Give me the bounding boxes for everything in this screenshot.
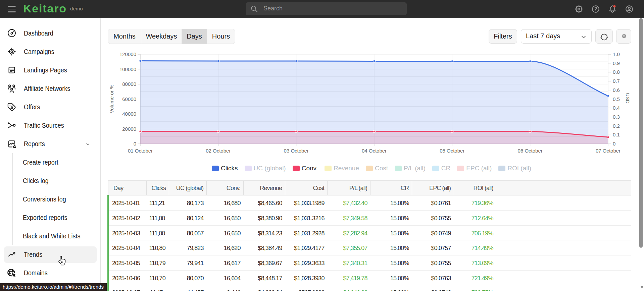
svg-text:0: 0 (613, 141, 615, 147)
svg-text:40000: 40000 (122, 111, 136, 117)
svg-text:60000: 60000 (122, 96, 136, 102)
svg-text:07 October: 07 October (596, 148, 621, 154)
svg-text:0: 0 (134, 141, 136, 147)
svg-text:05 October: 05 October (440, 148, 464, 154)
svg-text:0.1: 0.1 (613, 132, 620, 137)
svg-text:USD: USD (625, 93, 631, 104)
svg-text:0.8: 0.8 (613, 69, 620, 75)
svg-text:Volume or %: Volume or % (109, 84, 114, 113)
svg-text:0.6: 0.6 (613, 87, 620, 93)
svg-text:0.7: 0.7 (613, 78, 620, 84)
svg-text:02 October: 02 October (206, 148, 231, 154)
svg-text:03 October: 03 October (284, 148, 309, 154)
svg-text:01 October: 01 October (128, 148, 153, 154)
svg-text:0.3: 0.3 (613, 114, 620, 120)
svg-text:20000: 20000 (122, 126, 136, 132)
svg-text:04 October: 04 October (362, 148, 387, 154)
svg-text:80000: 80000 (122, 81, 136, 87)
svg-text:120000: 120000 (119, 51, 136, 57)
svg-text:06 October: 06 October (518, 148, 543, 154)
svg-text:100000: 100000 (119, 66, 136, 72)
svg-text:0.9: 0.9 (613, 60, 620, 66)
svg-text:0.2: 0.2 (613, 123, 620, 129)
svg-text:0.4: 0.4 (613, 105, 620, 111)
svg-text:0.5: 0.5 (613, 96, 620, 102)
svg-text:1.0: 1.0 (613, 51, 620, 57)
